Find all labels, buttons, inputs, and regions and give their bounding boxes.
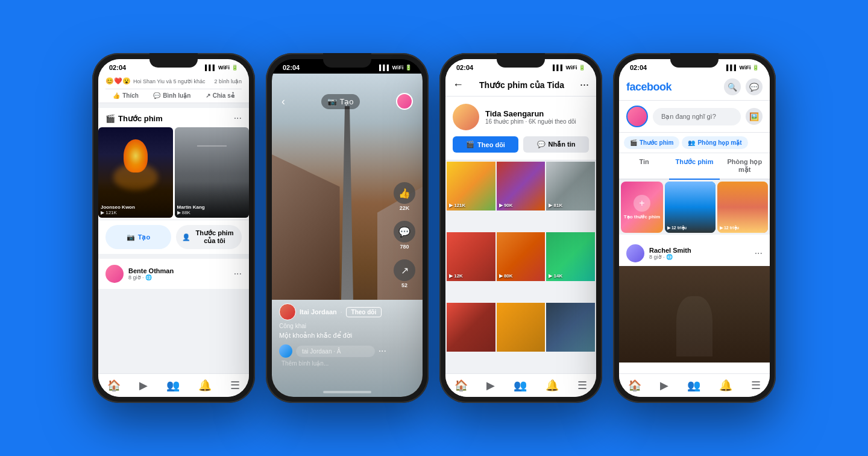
create-button-2[interactable]: 📷 Tạo xyxy=(321,94,359,109)
nav-groups-1[interactable]: 👥 xyxy=(166,379,180,392)
nav-home-3[interactable]: 🏠 xyxy=(454,379,468,392)
screen-1: 02:04 ▌▌▌ WiFi 🔋 😊❤️😮 Hoi Shan Yiu và 5 … xyxy=(98,59,249,397)
reactions-row: 😊❤️😮 Hoi Shan Yiu và 5 người khác 2 bình… xyxy=(105,77,242,85)
tab-reels[interactable]: Thước phim xyxy=(669,153,719,180)
rooms-shortcut-icon: 👥 xyxy=(688,139,695,146)
search-button-4[interactable]: 🔍 xyxy=(724,78,741,95)
feed-user-4: Rachel Smith 8 giờ · 🌐 xyxy=(626,244,691,262)
photo-button-4[interactable]: 🖼️ xyxy=(746,108,763,125)
feed-avatar-4 xyxy=(626,244,644,262)
post-actions-1: 😊❤️😮 Hoi Shan Yiu và 5 người khác 2 bình… xyxy=(98,74,249,103)
bottom-nav-1: 🏠 ▶ 👥 🔔 ☰ xyxy=(98,373,249,397)
nav-notifications-4[interactable]: 🔔 xyxy=(719,379,732,392)
reels-grid-3: ▶ 121K ▶ 90K ▶ 81K ▶ 12K ▶ 80K ▶ 14K xyxy=(445,160,596,373)
reel-thumb-2[interactable]: ▶ 12 triệu xyxy=(717,182,768,233)
reels-shortcut-icon: 🎬 xyxy=(630,139,637,146)
share-icon: ↗ xyxy=(206,92,210,99)
shortcut-rooms[interactable]: 👥 Phòng họp mặt xyxy=(682,136,747,149)
shortcut-reels[interactable]: 🎬 Thước phim xyxy=(624,136,679,149)
grid-item-3[interactable]: ▶ 81K xyxy=(546,162,595,211)
reel-item-2[interactable]: Martin Kang ▶ 88K xyxy=(175,127,250,218)
feed-video-4[interactable] xyxy=(619,266,770,363)
shortcuts-row: 🎬 Thước phim 👥 Phòng họp mặt xyxy=(619,133,770,153)
home-indicator-2 xyxy=(323,391,371,393)
nav-reels-1[interactable]: ▶ xyxy=(139,379,148,392)
grid-item-7[interactable] xyxy=(447,303,495,352)
video-container[interactable]: ‹ 📷 Tạo 👍 22K 💬 780 xyxy=(272,74,423,397)
grid-item-2[interactable]: ▶ 90K xyxy=(497,162,546,211)
nav-menu-1[interactable]: ☰ xyxy=(230,379,240,392)
comment-button[interactable]: 💬 Bình luận xyxy=(153,92,190,99)
nav-home-4[interactable]: 🏠 xyxy=(628,379,641,392)
post-user: Bente Othman 8 giờ · 🌐 xyxy=(105,265,174,283)
grid-item-6[interactable]: ▶ 14K xyxy=(546,232,595,281)
create-reel-4[interactable]: + Tạo thước phim xyxy=(621,182,663,233)
profile-buttons: 🎬 Theo dõi 💬 Nhắn tin xyxy=(453,136,589,153)
add-comment-field[interactable]: Thêm bình luận... xyxy=(279,360,386,367)
profile-info: Tida Saengarun 16 thước phim · 6K người … xyxy=(485,109,576,125)
nav-menu-3[interactable]: ☰ xyxy=(577,379,587,392)
follow-button-3[interactable]: 🎬 Theo dõi xyxy=(453,136,518,153)
nav-groups-3[interactable]: 👥 xyxy=(514,379,527,392)
feed-more-icon-4[interactable]: ··· xyxy=(755,248,763,259)
share-action[interactable]: ↗ 52 xyxy=(394,259,415,288)
comment-action[interactable]: 💬 780 xyxy=(394,221,415,250)
follow-icon: 🎬 xyxy=(466,141,474,148)
nav-reels-3[interactable]: ▶ xyxy=(486,379,495,392)
my-reels-button[interactable]: 👤 Thước phim của tôi xyxy=(176,225,242,249)
comment-more-icon[interactable]: ··· xyxy=(379,346,386,356)
more-button-3[interactable]: ··· xyxy=(580,78,589,91)
screen-3: 02:04 ▌▌▌ WiFi 🔋 ← Thước phim của Tida ·… xyxy=(445,59,596,397)
time-1: 02:04 xyxy=(109,64,126,71)
camera-icon-2: 📷 xyxy=(327,97,337,106)
grid-item-8[interactable] xyxy=(497,303,546,352)
profile-row: Tida Saengarun 16 thước phim · 6K người … xyxy=(453,104,589,130)
thinking-input[interactable]: Bạn đang nghĩ gì? xyxy=(653,108,741,125)
p3-header: ← Thước phim của Tida ··· xyxy=(445,74,596,97)
comment-row: tai Jordaan · Â ··· xyxy=(279,344,386,358)
reel-action-buttons: 📷 Tạo 👤 Thước phim của tôi xyxy=(98,220,249,254)
tab-news[interactable]: Tin xyxy=(619,153,669,180)
nav-groups-4[interactable]: 👥 xyxy=(687,379,700,392)
reel-thumb-1[interactable]: ▶ 12 triệu xyxy=(665,182,715,233)
grid-item-5[interactable]: ▶ 80K xyxy=(497,232,546,281)
like-button[interactable]: 👍 Thích xyxy=(113,92,139,99)
reels-section-header: 🎬 Thước phim ··· xyxy=(98,108,249,127)
tab-rooms[interactable]: Phòng họp mặt xyxy=(720,153,770,180)
grid-item-1[interactable]: ▶ 121K xyxy=(447,162,495,211)
post-more-icon[interactable]: ··· xyxy=(234,268,242,279)
back-button-3[interactable]: ← xyxy=(453,78,464,91)
create-reel-button[interactable]: 📷 Tạo xyxy=(105,225,171,249)
grid-item-4[interactable]: ▶ 12K xyxy=(447,232,495,281)
message-button-3[interactable]: 💬 Nhắn tin xyxy=(523,136,589,153)
header-icons-4: 🔍 💬 xyxy=(724,78,763,95)
grid-item-9[interactable] xyxy=(546,303,595,352)
user-avatar-2[interactable] xyxy=(396,93,413,110)
user-info: Bente Othman 8 giờ · 🌐 xyxy=(128,267,174,280)
reels-grid: Joonseo Kwon ▶ 121K Martin Kang ▶ 88K xyxy=(98,127,249,220)
nav-reels-4[interactable]: ▶ xyxy=(660,379,668,392)
share-button[interactable]: ↗ Chia sẻ xyxy=(206,92,234,99)
feed-post-header: Rachel Smith 8 giờ · 🌐 ··· xyxy=(619,238,770,266)
back-button-2[interactable]: ‹ xyxy=(281,95,285,108)
comment-circle: 💬 xyxy=(394,221,415,242)
camera-icon: 📷 xyxy=(127,233,135,241)
cliff-left xyxy=(272,154,340,316)
like-action[interactable]: 👍 22K xyxy=(394,182,415,211)
video-person-bg xyxy=(619,266,770,363)
reel-item-1[interactable]: Joonseo Kwon ▶ 121K xyxy=(98,127,173,218)
nav-home-1[interactable]: 🏠 xyxy=(107,379,121,392)
notch-1 xyxy=(149,53,198,68)
commenter-avatar xyxy=(279,344,292,358)
nav-notifications-3[interactable]: 🔔 xyxy=(546,379,559,392)
reels-more-btn[interactable]: ··· xyxy=(234,113,242,124)
messenger-button-4[interactable]: 💬 xyxy=(746,78,763,95)
signal-icons-4: ▌▌▌ WiFi 🔋 xyxy=(726,65,759,71)
reels-icon: 🎬 xyxy=(105,114,115,123)
post-header: Bente Othman 8 giờ · 🌐 ··· xyxy=(105,265,242,283)
phone-1: 02:04 ▌▌▌ WiFi 🔋 😊❤️😮 Hoi Shan Yiu và 5 … xyxy=(92,53,255,403)
follow-button-2[interactable]: Theo dõi xyxy=(346,307,382,317)
nav-notifications-1[interactable]: 🔔 xyxy=(198,379,212,392)
create-reel-icon-4: + xyxy=(634,195,650,212)
nav-menu-4[interactable]: ☰ xyxy=(751,379,761,392)
